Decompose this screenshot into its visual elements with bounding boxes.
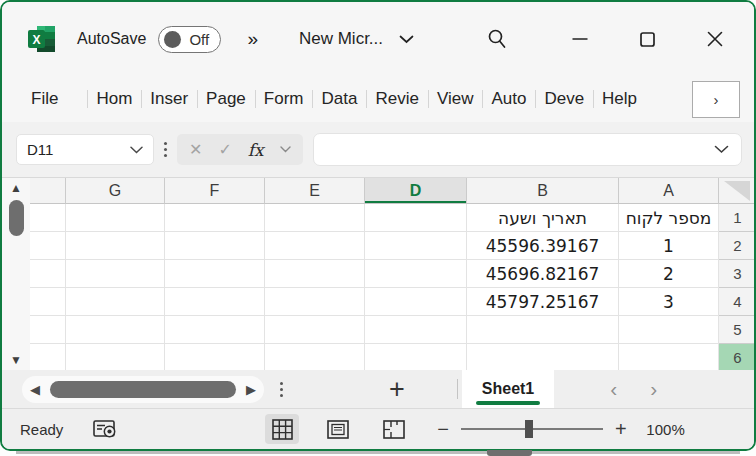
tab-help[interactable]: Help xyxy=(593,83,646,115)
page-layout-view-button[interactable] xyxy=(321,414,355,444)
cell-a3[interactable]: 2 xyxy=(619,260,719,288)
horizontal-scrollbar[interactable]: ◀ ▶ xyxy=(22,376,264,403)
cell[interactable] xyxy=(66,260,165,288)
confirm-entry-icon[interactable]: ✓ xyxy=(218,140,231,159)
cell[interactable] xyxy=(66,288,165,316)
cell[interactable] xyxy=(265,344,365,370)
cell[interactable] xyxy=(265,204,365,232)
tab-home[interactable]: Hom xyxy=(87,83,141,115)
formula-bar-expand-icon[interactable] xyxy=(714,145,729,154)
row-header-6[interactable]: 6 xyxy=(719,344,754,370)
zoom-slider-thumb[interactable] xyxy=(525,420,533,438)
cell[interactable] xyxy=(30,260,66,288)
cell[interactable] xyxy=(265,316,365,344)
scroll-up-icon[interactable]: ▲ xyxy=(10,181,22,195)
cell-b6[interactable] xyxy=(467,344,619,370)
cell-a5[interactable] xyxy=(619,316,719,344)
tab-file[interactable]: File xyxy=(22,83,67,115)
name-box[interactable]: D11 xyxy=(16,134,154,165)
tab-formulas[interactable]: Form xyxy=(255,83,313,115)
formula-bar-drag-handle[interactable] xyxy=(164,142,167,157)
cell[interactable] xyxy=(30,344,66,370)
cell[interactable] xyxy=(165,260,265,288)
row-header-3[interactable]: 3 xyxy=(719,260,754,288)
tab-developer[interactable]: Deve xyxy=(535,83,593,115)
tab-data[interactable]: Data xyxy=(312,83,366,115)
scroll-right-icon[interactable]: ▶ xyxy=(246,382,256,397)
cell-b2[interactable]: 45596.39167 xyxy=(467,232,619,260)
cell[interactable] xyxy=(66,232,165,260)
row-header-4[interactable]: 4 xyxy=(719,288,754,316)
close-button[interactable] xyxy=(707,31,723,47)
prev-sheet-icon[interactable]: ‹ xyxy=(610,380,617,398)
tab-review[interactable]: Revie xyxy=(366,83,427,115)
page-break-preview-button[interactable] xyxy=(377,414,411,444)
maximize-button[interactable] xyxy=(640,32,655,47)
column-header-partial[interactable] xyxy=(30,178,66,204)
document-title[interactable]: New Micr... xyxy=(299,29,383,49)
formula-input[interactable] xyxy=(313,133,742,166)
cell[interactable] xyxy=(365,316,467,344)
fx-chevron-icon[interactable] xyxy=(280,146,291,153)
ribbon-more-button[interactable]: › xyxy=(692,81,740,118)
insert-function-icon[interactable]: fx xyxy=(248,140,264,160)
cell[interactable] xyxy=(165,288,265,316)
cell[interactable] xyxy=(66,344,165,370)
tab-page-layout[interactable]: Page xyxy=(197,83,255,115)
column-header-a[interactable]: A xyxy=(619,178,719,204)
cell[interactable] xyxy=(30,232,66,260)
cell[interactable] xyxy=(30,288,66,316)
row-header-5[interactable]: 5 xyxy=(719,316,754,344)
cell-b4[interactable]: 45797.25167 xyxy=(467,288,619,316)
title-chevron-down-icon[interactable] xyxy=(399,35,414,44)
column-header-f[interactable]: F xyxy=(165,178,265,204)
cell[interactable] xyxy=(165,232,265,260)
cell[interactable] xyxy=(365,288,467,316)
cell[interactable] xyxy=(30,204,66,232)
cell-a6[interactable] xyxy=(619,344,719,370)
column-header-e[interactable]: E xyxy=(265,178,365,204)
new-sheet-button[interactable]: + xyxy=(389,379,405,399)
horizontal-scroll-thumb[interactable] xyxy=(50,381,236,398)
cell[interactable] xyxy=(30,316,66,344)
cell[interactable] xyxy=(265,232,365,260)
cell-a4[interactable]: 3 xyxy=(619,288,719,316)
search-icon[interactable] xyxy=(486,28,508,50)
column-header-b[interactable]: B xyxy=(467,178,619,204)
cell[interactable] xyxy=(66,316,165,344)
cell[interactable] xyxy=(365,344,467,370)
macro-record-icon[interactable] xyxy=(93,420,117,438)
tab-automate[interactable]: Auto xyxy=(482,83,535,115)
row-header-1[interactable]: 1 xyxy=(719,204,754,232)
autosave-toggle[interactable]: Off xyxy=(158,26,221,53)
cell[interactable] xyxy=(66,204,165,232)
scroll-left-icon[interactable]: ◀ xyxy=(30,382,40,397)
normal-view-button[interactable] xyxy=(265,414,299,444)
cell[interactable] xyxy=(365,232,467,260)
cell-b5[interactable] xyxy=(467,316,619,344)
cell[interactable] xyxy=(365,204,467,232)
sheet-tab-sheet1[interactable]: Sheet1 xyxy=(462,370,554,408)
cell[interactable] xyxy=(165,316,265,344)
zoom-out-button[interactable]: − xyxy=(437,418,449,441)
zoom-level[interactable]: 100% xyxy=(641,421,685,438)
cell[interactable] xyxy=(365,260,467,288)
vertical-scrollbar[interactable]: ▲ ▼ xyxy=(2,178,30,370)
cell[interactable] xyxy=(265,260,365,288)
scroll-down-icon[interactable]: ▼ xyxy=(10,353,22,367)
cancel-entry-icon[interactable]: ✕ xyxy=(189,140,202,159)
vertical-scroll-thumb[interactable] xyxy=(9,200,24,236)
next-sheet-icon[interactable]: › xyxy=(650,380,657,398)
cell[interactable] xyxy=(165,204,265,232)
cell[interactable] xyxy=(265,288,365,316)
row-header-2[interactable]: 2 xyxy=(719,232,754,260)
cell-b3[interactable]: 45696.82167 xyxy=(467,260,619,288)
cell-b1[interactable]: תאריך ושעה xyxy=(467,204,619,232)
zoom-slider[interactable] xyxy=(461,428,603,430)
select-all-corner[interactable] xyxy=(719,178,754,204)
cell-a1[interactable]: מספר לקוח xyxy=(619,204,719,232)
quick-access-overflow-icon[interactable]: » xyxy=(247,28,257,50)
cell-a2[interactable]: 1 xyxy=(619,232,719,260)
cell[interactable] xyxy=(165,344,265,370)
column-header-d-active[interactable]: D xyxy=(365,178,467,204)
